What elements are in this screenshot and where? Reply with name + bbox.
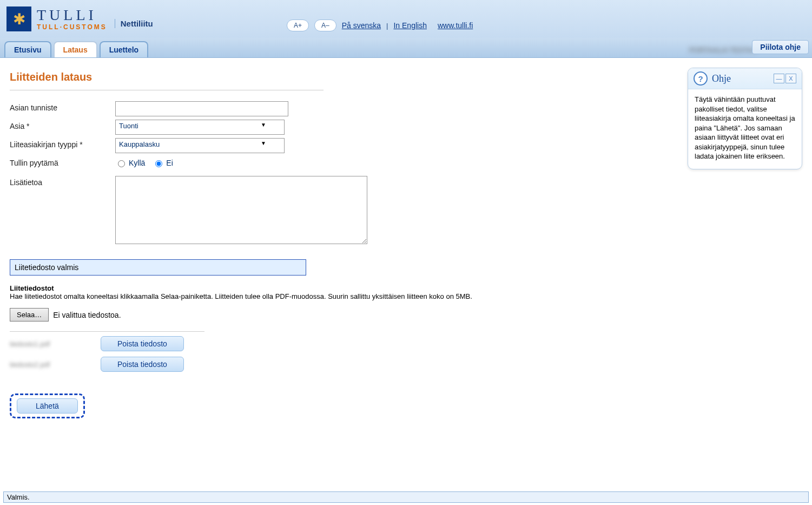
header: TULLI TULL·CUSTOMS Nettiliitu A+ A– På s… — [0, 0, 812, 38]
help-body: Täytä vähintään puuttuvat pakolliset tie… — [688, 89, 802, 169]
main-content: Liitteiden lataus Asian tunniste Asia * … — [10, 68, 486, 418]
help-title: Ohje — [712, 73, 731, 84]
brand-subtitle: TULL·CUSTOMS — [37, 24, 107, 30]
label-requested: Tullin pyytämä — [10, 156, 115, 167]
tab-home[interactable]: Etusivu — [4, 41, 51, 57]
file-row: tiedosto2.pdf Poista tiedosto — [10, 357, 486, 372]
lang-swedish-link[interactable]: På svenska — [342, 21, 381, 30]
help-header: ? Ohje — X — [688, 68, 802, 89]
send-highlight: Lähetä — [10, 393, 85, 418]
zoom-in-button[interactable]: A+ — [287, 19, 309, 31]
browse-button[interactable]: Selaa… — [10, 308, 49, 322]
user-name-blurred: PORTAALIA TESTAA — [689, 46, 756, 54]
nav-tabs: Etusivu Lataus Luettelo PORTAALIA TESTAA… — [0, 38, 812, 58]
files-divider — [10, 331, 204, 332]
separator: | — [386, 22, 388, 30]
send-button[interactable]: Lähetä — [17, 398, 78, 414]
file-name-2: tiedosto2.pdf — [10, 360, 91, 369]
no-file-selected: Ei valittua tiedostoa. — [53, 311, 121, 319]
file-ready-status: Liitetiedosto valmis — [10, 259, 306, 276]
header-links: A+ A– På svenska | In English www.tulli.… — [287, 19, 473, 31]
case-id-input[interactable] — [115, 101, 288, 116]
radio-yes[interactable] — [118, 160, 125, 167]
help-icon: ? — [694, 71, 708, 86]
label-asia: Asia * — [10, 120, 115, 130]
asia-select[interactable]: Tuonti — [115, 120, 285, 135]
logo: TULLI TULL·CUSTOMS — [6, 6, 107, 31]
remove-file-button-2[interactable]: Poista tiedosto — [101, 357, 184, 372]
logo-text: TULLI TULL·CUSTOMS — [37, 8, 107, 30]
brand-name: TULLI — [37, 8, 107, 23]
radio-yes-label[interactable]: Kyllä — [115, 159, 145, 167]
lang-english-link[interactable]: In English — [393, 21, 426, 30]
hide-help-button[interactable]: Piilota ohje — [752, 40, 809, 54]
zoom-out-button[interactable]: A– — [314, 19, 336, 31]
doc-type-select[interactable]: Kauppalasku — [115, 138, 285, 153]
files-section-title: Liitetiedostot — [10, 284, 486, 292]
file-name-1: tiedosto1.pdf — [10, 340, 91, 348]
help-panel: ? Ohje — X Täytä vähintään puuttuvat pak… — [688, 68, 802, 169]
app-name: Nettiliitu — [115, 19, 153, 28]
site-link[interactable]: www.tulli.fi — [438, 21, 473, 30]
label-case-id: Asian tunniste — [10, 101, 115, 112]
label-info: Lisätietoa — [10, 176, 115, 187]
tab-upload[interactable]: Lataus — [54, 41, 97, 57]
logo-mark-icon — [6, 6, 31, 31]
files-section-desc: Hae liitetiedostot omalta koneeltasi kli… — [10, 292, 486, 300]
remove-file-button-1[interactable]: Poista tiedosto — [101, 336, 184, 351]
label-doc-type: Liiteasiakirjan tyyppi * — [10, 138, 115, 149]
tab-list[interactable]: Luettelo — [100, 41, 148, 57]
additional-info-textarea[interactable] — [115, 176, 367, 244]
page-title: Liitteiden lataus — [10, 71, 324, 90]
help-close-button[interactable]: X — [785, 74, 796, 83]
file-row: tiedosto1.pdf Poista tiedosto — [10, 336, 486, 351]
radio-no-label[interactable]: Ei — [153, 159, 173, 167]
radio-no[interactable] — [155, 160, 162, 167]
help-minimize-button[interactable]: — — [774, 74, 784, 83]
